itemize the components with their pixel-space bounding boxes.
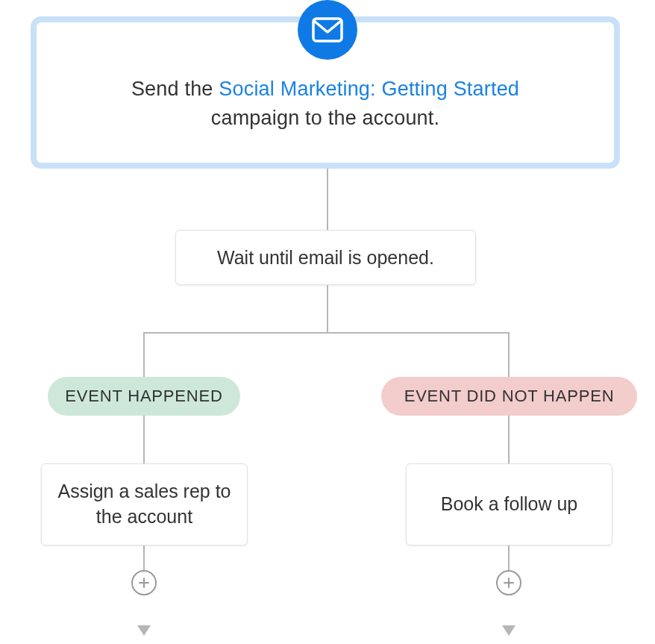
event-happened-label: EVENT HAPPENED xyxy=(65,387,222,406)
mail-icon xyxy=(312,17,343,43)
wait-step-text: Wait until email is opened. xyxy=(217,247,434,269)
plus-icon xyxy=(503,577,515,589)
connector-line xyxy=(143,332,145,587)
connector-line xyxy=(143,332,510,334)
arrow-down-icon xyxy=(502,625,515,636)
connector-line xyxy=(327,169,328,230)
add-step-button-right[interactable] xyxy=(496,570,521,595)
text-before: Send the xyxy=(131,78,219,100)
connector-line xyxy=(508,332,510,587)
send-campaign-text: Send the Social Marketing: Getting Start… xyxy=(131,75,519,133)
connector-line xyxy=(327,285,328,332)
email-icon-badge xyxy=(298,0,357,60)
plus-icon xyxy=(138,577,150,589)
event-did-not-happen-label: EVENT DID NOT HAPPEN xyxy=(404,387,615,406)
arrow-down-icon xyxy=(137,625,151,636)
add-step-button-left[interactable] xyxy=(131,570,157,595)
event-did-not-happen-pill: EVENT DID NOT HAPPEN xyxy=(381,377,637,416)
text-after: campaign to the account. xyxy=(211,107,440,129)
book-follow-up-text: Book a follow up xyxy=(441,492,577,517)
wait-step[interactable]: Wait until email is opened. xyxy=(175,230,476,285)
book-follow-up-step[interactable]: Book a follow up xyxy=(406,463,612,545)
assign-sales-rep-text: Assign a sales rep to the account xyxy=(55,479,234,530)
assign-sales-rep-step[interactable]: Assign a sales rep to the account xyxy=(41,463,248,545)
svg-rect-0 xyxy=(313,19,342,41)
campaign-link[interactable]: Social Marketing: Getting Started xyxy=(219,78,519,100)
event-happened-pill: EVENT HAPPENED xyxy=(48,377,240,416)
